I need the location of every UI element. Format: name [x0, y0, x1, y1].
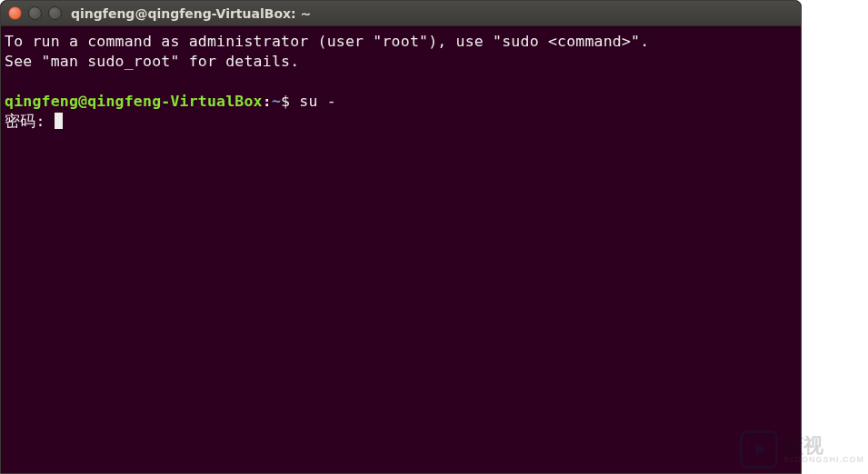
motd-line-2: See "man sudo_root" for details. — [5, 53, 299, 70]
prompt-path: ~ — [272, 93, 281, 110]
prompt-colon: : — [263, 93, 272, 110]
motd-line-1: To run a command as administrator (user … — [5, 33, 649, 50]
window-controls — [8, 6, 62, 20]
entered-command: su - — [299, 93, 336, 110]
maximize-button[interactable] — [48, 6, 62, 20]
minimize-button[interactable] — [28, 6, 42, 20]
cursor — [55, 113, 63, 129]
window-title: qingfeng@qingfeng-VirtualBox: ~ — [71, 6, 311, 21]
prompt-suffix: $ — [281, 93, 299, 110]
password-prompt: 密码: — [5, 113, 55, 130]
close-button[interactable] — [8, 6, 22, 20]
prompt-user-host: qingfeng@qingfeng-VirtualBox — [5, 93, 263, 110]
terminal-body[interactable]: To run a command as administrator (user … — [1, 26, 801, 137]
window-titlebar[interactable]: qingfeng@qingfeng-VirtualBox: ~ — [1, 1, 801, 26]
terminal-window: qingfeng@qingfeng-VirtualBox: ~ To run a… — [0, 0, 802, 474]
